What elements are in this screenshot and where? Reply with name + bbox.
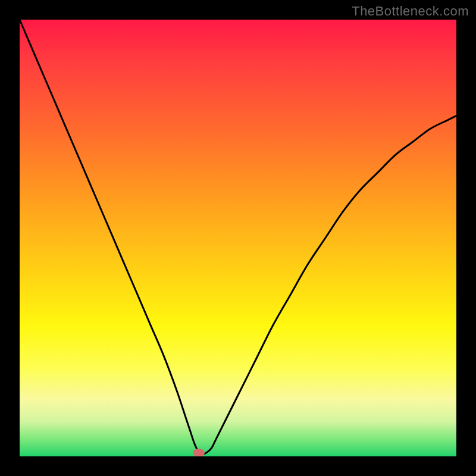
- minimum-marker: [193, 449, 205, 456]
- curve-svg: [20, 20, 456, 456]
- plot-area: [20, 20, 456, 456]
- chart-frame: TheBottleneck.com: [0, 0, 476, 476]
- watermark-text: TheBottleneck.com: [352, 4, 469, 19]
- bottleneck-curve: [20, 20, 456, 454]
